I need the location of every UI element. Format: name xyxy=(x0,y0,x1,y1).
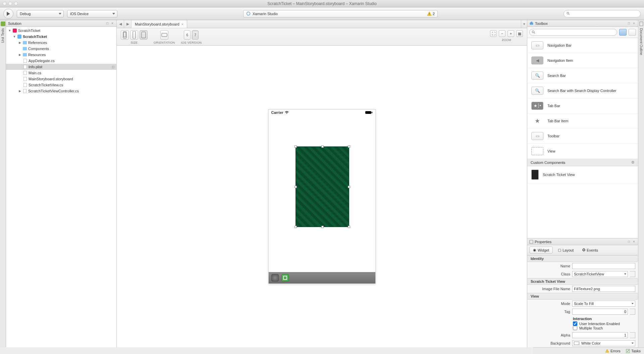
errors-button[interactable]: Errors xyxy=(605,349,621,353)
configuration-select[interactable]: Debug xyxy=(17,10,64,17)
multitouch-label: Multiple Touch xyxy=(579,326,603,330)
zoom-in-button[interactable]: + xyxy=(507,30,514,37)
panel-autohide-button[interactable]: □ xyxy=(105,21,109,26)
document-outline-icon[interactable] xyxy=(639,21,644,26)
layout-icon: ▢ xyxy=(558,248,561,252)
disclosure-icon[interactable]: ▶ xyxy=(18,41,21,44)
tree-file-controller[interactable]: ▶ ScratchTicketViewController.cs xyxy=(6,88,116,94)
tab-close-button[interactable]: × xyxy=(181,22,183,26)
tasks-button[interactable]: Tasks xyxy=(626,349,641,353)
tree-file-appdelegate[interactable]: AppDelegate.cs xyxy=(6,58,116,64)
firstresponder-dock-icon[interactable] xyxy=(281,274,289,281)
editor-tab[interactable]: MainStoryboard.storyboard × xyxy=(131,20,187,28)
tree-file-view[interactable]: ScratchTicketView.cs xyxy=(6,82,116,88)
toolbox-item-searchbar[interactable]: 🔍Search Bar xyxy=(527,68,638,83)
tree-label: Main.cs xyxy=(29,71,41,75)
tab-events[interactable]: ✪Events xyxy=(579,247,602,254)
toolbox-item-navigationbar[interactable]: ▭Navigation Bar xyxy=(527,38,638,53)
resize-handle-se[interactable] xyxy=(348,226,350,228)
panel-close-button[interactable]: × xyxy=(632,240,636,244)
disclosure-icon[interactable]: ▼ xyxy=(8,29,11,32)
size-phone-tall-button[interactable] xyxy=(130,30,138,40)
background-select[interactable]: White Color xyxy=(572,340,635,346)
resize-handle-e[interactable] xyxy=(348,186,350,188)
global-search-field[interactable] xyxy=(572,12,638,16)
toolbox-item-navigationitem[interactable]: ◀Navigation Item xyxy=(527,53,638,68)
panel-autohide-button[interactable]: □ xyxy=(627,21,631,26)
mode-select[interactable]: Scale To Fill xyxy=(572,301,635,307)
zoom-actual-button[interactable]: ▦ xyxy=(516,30,523,37)
unit-tests-label[interactable]: Unit Tests xyxy=(1,28,5,43)
name-input[interactable] xyxy=(572,263,635,269)
tag-stepper[interactable] xyxy=(630,309,635,315)
svg-rect-1 xyxy=(429,13,429,14)
ios6-button[interactable]: 6 xyxy=(184,30,191,40)
gear-icon[interactable]: ⚙ xyxy=(631,160,635,165)
orientation-landscape-button[interactable] xyxy=(160,30,168,40)
size-phone-button[interactable] xyxy=(121,30,129,40)
panel-close-button[interactable]: × xyxy=(110,21,114,26)
resize-handle-ne[interactable] xyxy=(348,145,350,148)
warning-badge[interactable]: 2 xyxy=(427,11,435,16)
resize-handle-nw[interactable] xyxy=(294,145,297,148)
resize-handle-w[interactable] xyxy=(294,186,297,188)
toolbox-item-tabbaritem[interactable]: ★Tab Bar Item xyxy=(527,114,638,129)
zoom-out-button[interactable]: − xyxy=(499,30,505,37)
ios7-button[interactable]: 7 xyxy=(192,30,199,40)
toolbox-item-tabbar[interactable]: ★┆•Tab Bar xyxy=(527,98,638,114)
imagefile-input[interactable] xyxy=(572,286,635,292)
tree-file-storyboard[interactable]: MainStoryboard.storyboard xyxy=(6,76,116,82)
zoom-fit-button[interactable]: ⛶ xyxy=(490,30,497,37)
toolbox-item-scratchticketview[interactable]: Scratch Ticket View xyxy=(527,166,638,183)
disclosure-icon[interactable]: ▼ xyxy=(13,35,16,38)
tag-input[interactable] xyxy=(572,309,628,315)
tree-root[interactable]: ▼ ScratchTicket xyxy=(6,28,116,34)
run-button[interactable] xyxy=(3,9,13,19)
properties-title: Properties xyxy=(535,240,551,244)
global-search-input[interactable] xyxy=(564,10,641,17)
tree-file-main[interactable]: Main.cs xyxy=(6,70,116,76)
tree-project[interactable]: ▼ ScratchTicket xyxy=(6,34,116,40)
resize-handle-sw[interactable] xyxy=(294,226,297,228)
device-select[interactable]: iOS Device xyxy=(67,10,117,17)
toolbox-item-view[interactable]: View xyxy=(527,144,638,159)
viewcontroller-dock-icon[interactable] xyxy=(271,274,279,281)
tab-dropdown-button[interactable]: ▾ xyxy=(521,20,527,28)
size-tablet-button[interactable] xyxy=(140,30,148,40)
toolbox-search-input[interactable] xyxy=(529,29,617,36)
nav-forward-button[interactable]: ▶ xyxy=(124,20,131,28)
tree-components[interactable]: ▶ Components xyxy=(6,46,116,52)
tree-file-infoplist[interactable]: Info.plist ⊡ xyxy=(6,64,116,70)
solution-tree[interactable]: ▼ ScratchTicket ▼ ScratchTicket ▶ Refere… xyxy=(6,27,116,347)
prop-label: Mode xyxy=(530,302,570,306)
alpha-input[interactable] xyxy=(572,332,628,338)
phone-scene[interactable]: Carrier xyxy=(268,109,376,284)
document-outline-label[interactable]: Document Outline xyxy=(639,28,643,55)
multitouch-checkbox[interactable] xyxy=(573,326,577,330)
row-action-button[interactable]: ⊡ xyxy=(112,65,114,69)
panel-autohide-button[interactable]: □ xyxy=(627,240,631,244)
resize-handle-n[interactable] xyxy=(321,145,324,148)
class-dropdown-button[interactable] xyxy=(630,271,635,277)
resize-handle-s[interactable] xyxy=(321,226,324,228)
disclosure-icon[interactable]: ▶ xyxy=(18,53,21,56)
toolbox-item-label: Search Bar with Search Display Controlle… xyxy=(547,89,616,93)
alpha-stepper[interactable] xyxy=(630,332,635,338)
panel-close-button[interactable]: × xyxy=(632,21,636,26)
design-canvas[interactable]: Carrier xyxy=(117,46,527,347)
uie-checkbox[interactable] xyxy=(573,321,577,326)
disclosure-icon[interactable]: ▶ xyxy=(18,89,21,93)
toolbox-list[interactable]: ▭Navigation Bar ◀Navigation Item 🔍Search… xyxy=(527,38,638,238)
grid-view-button[interactable] xyxy=(629,29,636,36)
class-select[interactable]: ScratchTicketView xyxy=(572,271,628,277)
unit-tests-icon[interactable] xyxy=(1,21,5,26)
tree-references[interactable]: ▶ References xyxy=(6,40,116,46)
tree-resources[interactable]: ▶ Resources xyxy=(6,52,116,58)
scratch-ticket-view[interactable] xyxy=(296,146,349,227)
toolbox-item-searchbar-controller[interactable]: 🔍Search Bar with Search Display Controll… xyxy=(527,83,638,98)
nav-back-button[interactable]: ◀ xyxy=(117,20,124,28)
toolbox-item-toolbar[interactable]: ▭Toolbar xyxy=(527,129,638,144)
tab-widget[interactable]: ◉Widget xyxy=(529,247,553,254)
list-view-button[interactable] xyxy=(619,29,627,36)
tab-layout[interactable]: ▢Layout xyxy=(554,247,577,254)
